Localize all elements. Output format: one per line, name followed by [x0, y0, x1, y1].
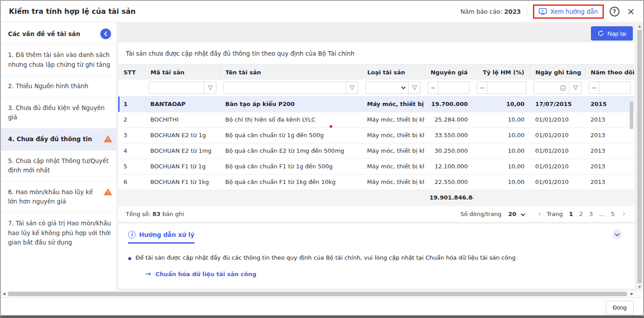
- scroll-up-icon[interactable]: ▲: [636, 24, 643, 28]
- sidebar-item[interactable]: 4. Chưa đầy đủ thông tin: [1, 128, 116, 150]
- standardize-data-link[interactable]: → Chuẩn hóa dữ liệu tài sản công: [145, 270, 256, 278]
- sidebar-collapse-button[interactable]: [100, 29, 111, 39]
- sidebar-item[interactable]: 3. Chưa đủ điều kiện về Nguyên giá: [1, 97, 116, 128]
- horizontal-scrollbar[interactable]: ◀ ▶: [1, 290, 643, 298]
- cell-code: BOCHUAN F1 từ 1g: [145, 159, 220, 174]
- cell-type: Máy móc, thiết bị kh...: [362, 112, 424, 127]
- cell-stt: 6: [118, 174, 145, 190]
- cell-type: Máy móc, thiết bị kh...: [362, 174, 424, 190]
- video-screen-icon: [539, 8, 547, 15]
- filter-funnel-icon[interactable]: [569, 82, 581, 94]
- cell-stt: 3: [118, 127, 145, 143]
- filter-code-input[interactable]: [149, 82, 204, 94]
- sidebar-item[interactable]: 6. Hao mòn/khấu hao lũy kế lớn hơn nguyê…: [1, 181, 116, 212]
- cell-name: Bộ quả cân chuẩn từ 1g đến 500g: [220, 127, 362, 143]
- table-row[interactable]: 3BOCHUAN E2 từ 1gBộ quả cân chuẩn từ 1g …: [118, 127, 634, 143]
- table-row[interactable]: 1BANTAOAPBàn tạo áp kiểu P200Máy móc, th…: [118, 96, 634, 112]
- table-header-row: STT Mã tài sản Tên tài sản Loại tài sản …: [118, 65, 634, 80]
- sidebar-item[interactable]: 1. Đã thêm tài sản vào danh sách nhưng c…: [1, 44, 116, 75]
- chevron-left-icon: [104, 31, 109, 36]
- vertical-scrollbar[interactable]: ▲ ▼: [636, 23, 643, 290]
- main-panel: Nạp lại Tài sản chưa được cập nhật đầy đ…: [117, 23, 636, 290]
- guide-panel: i Hướng dẫn xử lý ● Để tài sản được cập …: [118, 224, 635, 289]
- table-row[interactable]: 5BOCHUAN F1 từ 1gBộ quả cân chuẩn F1 từ …: [118, 159, 634, 174]
- cell-stt: 1: [118, 96, 145, 112]
- filter-funnel-icon[interactable]: [204, 82, 216, 94]
- filter-name-input[interactable]: [224, 82, 346, 94]
- filter-funnel-icon[interactable]: [346, 82, 358, 94]
- asset-table: STT Mã tài sản Tên tài sản Loại tài sản …: [118, 65, 634, 205]
- report-year: Năm báo cáo: 2023: [460, 8, 521, 15]
- info-icon: i: [128, 231, 136, 238]
- next-page-button[interactable]: ›: [621, 210, 627, 218]
- guide-title: Hướng dẫn xử lý: [139, 231, 194, 238]
- filter-type-select[interactable]: [366, 82, 408, 94]
- cell-year: 2013: [585, 174, 634, 190]
- cell-name: Bàn tạo áp kiểu P200: [220, 96, 362, 112]
- sidebar-item[interactable]: 5. Chưa cập nhật Thông tư/Quyết định mới…: [1, 150, 116, 181]
- filter-cost-input[interactable]: [438, 82, 469, 94]
- chevron-down-icon: [520, 212, 525, 216]
- sidebar-item-label: 2. Thiếu Nguồn hình thành: [8, 82, 112, 91]
- report-year-value: 2023: [504, 8, 521, 15]
- filter-year-input[interactable]: [599, 82, 630, 94]
- guide-tab[interactable]: i Hướng dẫn xử lý: [128, 231, 194, 244]
- table-row[interactable]: 2BOCHITHIBộ chỉ thị hiện số đa kênh LYLC…: [118, 112, 634, 127]
- page-number[interactable]: 1: [567, 211, 575, 217]
- page-number[interactable]: 5: [609, 211, 617, 217]
- cell-year: 2015: [585, 96, 634, 112]
- sidebar-item[interactable]: 2. Thiếu Nguồn hình thành: [1, 75, 116, 97]
- cell-rate: 10,00: [473, 143, 530, 159]
- records-label: bản ghi: [162, 211, 184, 217]
- page-size-label: Số dòng/trang: [460, 211, 501, 217]
- view-guide-button[interactable]: Xem hướng dẫn: [533, 4, 604, 19]
- table-row[interactable]: 4BOCHUAN E2 từ 1mgBộ quả cân chuẩn E2 từ…: [118, 143, 634, 159]
- red-dot-marker: [330, 125, 332, 128]
- issues-sidebar: Các vấn đề về tài sản 1. Đã thêm tài sản…: [1, 23, 117, 290]
- cell-stt: 2: [118, 112, 145, 127]
- table-caption: Tài sản chưa được cập nhật đầy đủ thông …: [118, 42, 635, 65]
- cell-rate: 10,00: [473, 174, 530, 190]
- page-numbers: 123...5: [567, 211, 617, 217]
- reload-button[interactable]: Nạp lại: [591, 26, 633, 41]
- guide-collapse-button[interactable]: [612, 229, 622, 239]
- cell-type: Máy móc, thiết bị kh...: [362, 127, 424, 143]
- filter-date-input[interactable]: [534, 82, 557, 94]
- dialog-header: Kiểm tra tính hợp lệ của tài sản Năm báo…: [1, 1, 643, 22]
- cell-code: BOCHITHI: [145, 112, 220, 127]
- cell-code: BOCHUAN E2 từ 1g: [145, 127, 220, 143]
- help-icon[interactable]: ?: [610, 7, 619, 16]
- record-count: Tổng số: 83 bản ghi: [126, 211, 184, 217]
- table-scrollbar-thumb[interactable]: [630, 102, 633, 129]
- page-size-dropdown[interactable]: [521, 211, 524, 217]
- scroll-left-icon[interactable]: ◀: [1, 290, 7, 298]
- scroll-right-icon[interactable]: ▶: [629, 290, 635, 298]
- close-dialog-button[interactable]: Đóng: [606, 301, 634, 314]
- cell-code: BOCHUAN E2 từ 1mg: [145, 143, 220, 159]
- filter-rate-input[interactable]: [487, 82, 526, 94]
- cell-rate: 10,00: [473, 112, 530, 127]
- horizontal-scrollbar-thumb[interactable]: [8, 292, 627, 296]
- col-date: Ngày ghi tăng: [530, 65, 585, 80]
- arrow-right-icon: →: [145, 270, 151, 278]
- filter-funnel-icon[interactable]: [408, 82, 420, 94]
- table-row[interactable]: 6BOCHUAN F1 từ 1kgBộ quả cân chuẩn F1 từ…: [118, 174, 634, 190]
- cell-code: BOCHUAN F1 từ 1kg: [145, 174, 220, 190]
- prev-page-button[interactable]: ‹: [537, 210, 543, 218]
- equals-operator[interactable]: =: [589, 82, 599, 94]
- cell-date: 01/01/2010: [530, 174, 585, 190]
- sidebar-item-label: 5. Chưa cập nhật Thông tư/Quyết định mới…: [8, 156, 112, 175]
- page-number[interactable]: 2: [577, 211, 585, 217]
- vertical-scrollbar-thumb[interactable]: [637, 30, 642, 283]
- equals-operator[interactable]: =: [477, 82, 487, 94]
- cell-date: 17/07/2015: [530, 96, 585, 112]
- page-size-value[interactable]: 20: [508, 211, 516, 217]
- calendar-icon[interactable]: [557, 82, 569, 94]
- col-code: Mã tài sản: [145, 65, 220, 80]
- page-number[interactable]: 3: [587, 211, 595, 217]
- asset-table-body: 1BANTAOAPBàn tạo áp kiểu P200Máy móc, th…: [118, 96, 634, 190]
- close-icon[interactable]: ×: [625, 7, 637, 16]
- scroll-down-icon[interactable]: ▼: [636, 285, 643, 289]
- equals-operator[interactable]: =: [428, 82, 438, 94]
- sidebar-item[interactable]: 7. Tài sản có giá trị Hao mòn/khấu hao l…: [1, 212, 116, 253]
